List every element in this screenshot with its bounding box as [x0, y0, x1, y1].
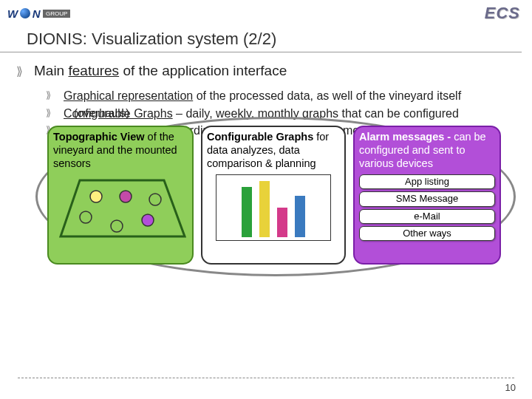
bullet-icon: ⟫ [46, 88, 56, 104]
page-title: DIONIS: Visualization system (2/2) [0, 25, 522, 52]
brand-prefix: W [7, 7, 18, 20]
app-item: App listing [359, 174, 495, 189]
list-label: Graphical representation [64, 89, 193, 102]
card-text: Alarm messages - can be configured and s… [359, 130, 495, 170]
content: ⟫ Main features of the application inter… [0, 52, 532, 291]
app-item: Other ways [359, 226, 495, 241]
chart-bar [259, 181, 270, 237]
svg-point-3 [149, 194, 161, 205]
main-feature-line: ⟫ Main features of the application inter… [16, 63, 514, 81]
chart-bar [242, 187, 252, 237]
brand-suffix: N [33, 7, 40, 20]
chart-bar [295, 196, 305, 237]
card-title: Alarm messages - [359, 131, 451, 143]
svg-point-1 [90, 191, 102, 202]
cards-row: Topographic View of the vineyard and the… [47, 126, 501, 265]
footer-divider [18, 378, 514, 378]
list-item: ⟫ Graphical representation of the proces… [46, 88, 514, 104]
topographic-icon [53, 174, 189, 242]
vineyard-scene [53, 174, 189, 239]
overhaul-label: (overhauls) [74, 106, 129, 119]
list-rest: of the processed data, as well of the vi… [193, 89, 461, 102]
title-prefix: DIONIS: [27, 30, 87, 48]
card-text: Configurable Graphs for data analyzes, d… [207, 130, 340, 170]
app-item: SMS Message [359, 191, 495, 206]
page-number: 10 [505, 382, 516, 393]
chart-bar [277, 208, 287, 237]
svg-point-5 [111, 220, 123, 232]
globe-icon [20, 8, 30, 18]
main-suffix: of the application interface [119, 63, 287, 78]
main-underlined: features [68, 63, 119, 78]
group-badge: GROUP [43, 10, 70, 18]
title-rest: Visualization system (2/2) [87, 30, 276, 48]
svg-point-6 [142, 214, 154, 226]
main-text: Main features of the application interfa… [34, 63, 287, 79]
main-prefix: Main [34, 63, 68, 78]
logo-left: W N GROUP [7, 7, 70, 20]
app-list: App listing SMS Message e-Mail Other way… [359, 174, 495, 241]
header: W N GROUP ECS [0, 0, 532, 25]
card-text: Topographic View of the vineyard and the… [53, 130, 188, 170]
card-topographic: Topographic View of the vineyard and the… [47, 126, 194, 265]
app-item: e-Mail [359, 209, 495, 224]
card-title: Topographic View [53, 131, 145, 143]
cards-area: (overhauls) Topographic View of the vine… [37, 120, 511, 291]
card-graphs: Configurable Graphs for data analyzes, d… [201, 126, 346, 265]
svg-point-2 [120, 191, 132, 202]
bullet-icon: ⟫ [16, 63, 27, 81]
svg-point-4 [80, 211, 92, 223]
logo-right: ECS [485, 4, 520, 23]
card-alarm: Alarm messages - can be configured and s… [353, 126, 501, 265]
card-title: Configurable Graphs [207, 131, 313, 143]
list-text: Graphical representation of the processe… [64, 88, 461, 104]
bar-chart [216, 174, 331, 241]
